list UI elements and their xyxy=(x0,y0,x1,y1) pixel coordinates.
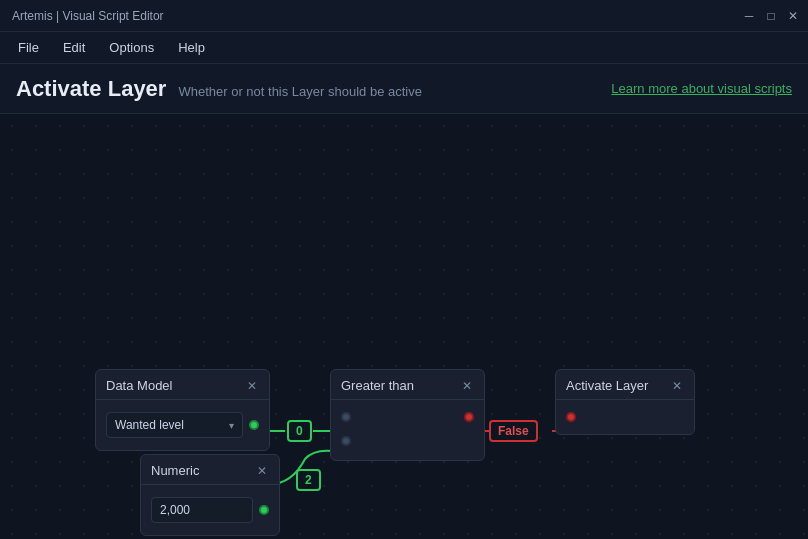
activate-layer-title: Activate Layer xyxy=(566,378,648,393)
greater-than-title: Greater than xyxy=(341,378,414,393)
numeric-header: Numeric ✕ xyxy=(141,455,279,485)
numeric-body xyxy=(141,485,279,535)
data-model-row: Wanted level ▾ xyxy=(106,408,259,442)
canvas-area[interactable]: Data Model ✕ Wanted level ▾ 0 Numeric ✕ xyxy=(0,114,808,539)
page-header: Activate Layer Whether or not this Layer… xyxy=(0,64,808,114)
title-bar: Artemis | Visual Script Editor ─ □ ✕ xyxy=(0,0,808,32)
numeric-title: Numeric xyxy=(151,463,199,478)
gt-input-port-2[interactable] xyxy=(341,436,351,446)
gt-input-row-2 xyxy=(341,432,474,450)
window-controls: ─ □ ✕ xyxy=(742,9,800,23)
data-model-title: Data Model xyxy=(106,378,172,393)
gt-output-port[interactable] xyxy=(464,412,474,422)
greater-than-header: Greater than ✕ xyxy=(331,370,484,400)
menu-edit[interactable]: Edit xyxy=(53,36,95,59)
gt-input-row-1 xyxy=(341,408,474,426)
al-input-port[interactable] xyxy=(566,412,576,422)
numeric-output-port[interactable] xyxy=(259,505,269,515)
numeric-close[interactable]: ✕ xyxy=(255,464,269,478)
data-model-node: Data Model ✕ Wanted level ▾ xyxy=(95,369,270,451)
value-badge-false: False xyxy=(489,420,538,442)
activate-layer-header: Activate Layer ✕ xyxy=(556,370,694,400)
learn-more-link[interactable]: Learn more about visual scripts xyxy=(611,81,792,96)
data-model-header: Data Model ✕ xyxy=(96,370,269,400)
page-subtitle: Whether or not this Layer should be acti… xyxy=(178,84,422,99)
header-left: Activate Layer Whether or not this Layer… xyxy=(16,76,422,102)
greater-than-close[interactable]: ✕ xyxy=(460,379,474,393)
numeric-value-input[interactable] xyxy=(151,497,253,523)
numeric-row xyxy=(151,493,269,527)
menu-help[interactable]: Help xyxy=(168,36,215,59)
wanted-level-dropdown[interactable]: Wanted level ▾ xyxy=(106,412,243,438)
connections-overlay xyxy=(0,114,808,539)
window-title: Artemis | Visual Script Editor xyxy=(12,9,164,23)
greater-than-node: Greater than ✕ xyxy=(330,369,485,461)
data-model-close[interactable]: ✕ xyxy=(245,379,259,393)
menu-file[interactable]: File xyxy=(8,36,49,59)
al-input-row xyxy=(566,408,684,426)
menu-bar: File Edit Options Help xyxy=(0,32,808,64)
gt-input-port-1[interactable] xyxy=(341,412,351,422)
activate-layer-close[interactable]: ✕ xyxy=(670,379,684,393)
activate-layer-body xyxy=(556,400,694,434)
value-badge-zero: 0 xyxy=(287,420,312,442)
activate-layer-node: Activate Layer ✕ xyxy=(555,369,695,435)
dropdown-value: Wanted level xyxy=(115,418,184,432)
page-title: Activate Layer xyxy=(16,76,166,102)
data-model-body: Wanted level ▾ xyxy=(96,400,269,450)
menu-options[interactable]: Options xyxy=(99,36,164,59)
close-button[interactable]: ✕ xyxy=(786,9,800,23)
maximize-button[interactable]: □ xyxy=(764,9,778,23)
greater-than-body xyxy=(331,400,484,460)
minimize-button[interactable]: ─ xyxy=(742,9,756,23)
dropdown-arrow-icon: ▾ xyxy=(229,420,234,431)
numeric-node: Numeric ✕ xyxy=(140,454,280,536)
data-model-output-port[interactable] xyxy=(249,420,259,430)
value-badge-two: 2 xyxy=(296,469,321,491)
